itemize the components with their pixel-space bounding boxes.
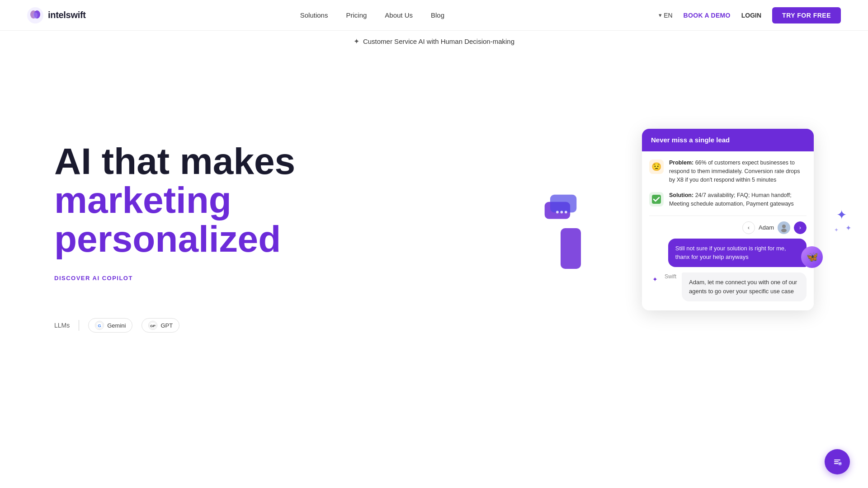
svg-rect-9 (550, 195, 576, 213)
book-demo-button[interactable]: BOOK A DEMO (684, 12, 731, 19)
gemini-badge: G Gemini (88, 318, 132, 333)
nav-actions: ▾ EN BOOK A DEMO LOGIN TRY FOR FREE (659, 7, 841, 23)
bot-sparkle-icon: ✦ (649, 273, 661, 285)
announcement-icon: ✦ (354, 37, 359, 46)
brand-name: intelswift (48, 10, 86, 20)
chat-card: Never miss a single lead 😟 Problem: 66% … (642, 129, 814, 310)
chat-widget-button[interactable] (825, 449, 850, 474)
svg-point-11 (561, 211, 563, 214)
hero-heading-line3: personalized (54, 220, 295, 258)
chat-divider (649, 216, 807, 216)
chat-user-avatar (778, 221, 790, 234)
stars-decoration: ✦ ✦ ✦ (832, 201, 859, 239)
chat-message-header: ‹ Adam › (649, 221, 807, 234)
next-message-button[interactable]: › (794, 221, 807, 234)
logo-area: intelswift (27, 7, 86, 23)
llm-label: LLMs (54, 322, 70, 329)
svg-point-12 (565, 211, 567, 214)
discover-ai-copilot-link[interactable]: DISCOVER AI COPILOT (54, 275, 133, 282)
hero-heading-line2: marketing (54, 181, 295, 220)
chevron-down-icon: ▾ (659, 12, 662, 19)
nav-blog[interactable]: Blog (431, 11, 444, 19)
chat-card-body: 😟 Problem: 66% of customers expect busin… (642, 151, 814, 310)
gpt-badge: GP GPT (142, 318, 179, 333)
user-message-bubble: Still not sure if your solution is right… (668, 239, 807, 267)
language-selector[interactable]: ▾ EN (659, 12, 672, 19)
svg-text:✦: ✦ (834, 227, 839, 233)
svg-text:GP: GP (151, 324, 156, 328)
chat-card-header: Never miss a single lead (642, 129, 814, 151)
svg-point-10 (556, 211, 559, 214)
chat-user-name: Adam (759, 224, 774, 231)
nav-solutions[interactable]: Solutions (300, 11, 328, 19)
logo-icon (27, 7, 43, 23)
problem-label: Problem: (669, 160, 693, 166)
avatar-partial-right: 🦋 (801, 246, 823, 268)
nav-about[interactable]: About Us (385, 11, 413, 19)
nav-pricing[interactable]: Pricing (346, 11, 367, 19)
svg-text:✦: ✦ (836, 208, 847, 222)
llm-divider (79, 320, 79, 331)
problem-emoji-icon: 😟 (649, 160, 664, 174)
gemini-icon: G (95, 321, 104, 330)
svg-point-17 (782, 225, 786, 228)
hero-right: ✦ ✦ ✦ Never miss a single lead 😟 Problem… (570, 120, 814, 337)
announcement-bar: ✦ Customer Service AI with Human Decisio… (0, 31, 868, 52)
announcement-text: Customer Service AI with Human Decision-… (363, 38, 514, 45)
bot-name-label: Swift (665, 272, 676, 280)
solution-label: Solution: (669, 192, 693, 198)
svg-point-18 (781, 229, 787, 232)
hero-heading: AI that makes marketing personalized (54, 142, 295, 258)
hero-left: AI that makes marketing personalized DIS… (54, 124, 295, 333)
side-purple-card (561, 228, 581, 269)
svg-text:G: G (98, 323, 101, 328)
lang-label: EN (664, 12, 672, 19)
solution-text: Solution: 24/7 availability; FAQ; Human … (669, 191, 807, 208)
chat-bubbles-float-icon (542, 192, 579, 225)
svg-point-3 (33, 12, 38, 19)
prev-message-button[interactable]: ‹ (742, 221, 755, 234)
gemini-label: Gemini (107, 322, 126, 329)
svg-text:✦: ✦ (845, 224, 851, 232)
gpt-icon: GP (148, 321, 157, 330)
nav-links: Solutions Pricing About Us Blog (300, 11, 444, 19)
bot-message-row: ✦ Swift Adam, let me connect you with on… (649, 272, 807, 301)
problem-text: Problem: 66% of customers expect busines… (669, 159, 807, 184)
problem-row: 😟 Problem: 66% of customers expect busin… (649, 159, 807, 184)
gpt-label: GPT (160, 322, 173, 329)
bot-message-bubble: Adam, let me connect you with one of our… (682, 272, 807, 301)
try-for-free-button[interactable]: TRY FOR FREE (772, 7, 841, 23)
solution-row: Solution: 24/7 availability; FAQ; Human … (649, 191, 807, 208)
chat-card-header-text: Never miss a single lead (651, 136, 730, 144)
solution-check-icon (649, 192, 664, 206)
llm-section: LLMs G Gemini GP (54, 318, 295, 333)
navbar: intelswift Solutions Pricing About Us Bl… (0, 0, 868, 31)
hero-heading-line1: AI that makes (54, 141, 295, 182)
login-button[interactable]: LOGIN (741, 12, 761, 19)
hero-section: AI that makes marketing personalized DIS… (0, 52, 868, 404)
